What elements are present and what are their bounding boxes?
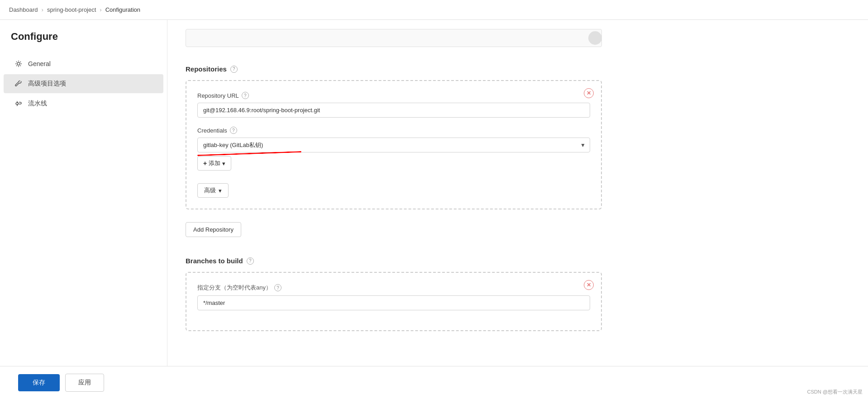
partial-circle-icon <box>588 31 602 45</box>
repository-url-close-button[interactable]: ✕ <box>584 88 594 98</box>
credentials-label: Credentials ? <box>197 127 590 134</box>
content-area: Repositories ? ✕ Repository URL ? <box>167 20 868 366</box>
save-button[interactable]: 保存 <box>18 374 60 391</box>
repository-url-help-icon[interactable]: ? <box>242 92 249 99</box>
advanced-chevron-icon: ▾ <box>219 187 222 194</box>
credentials-select-wrapper: gitlab-key (GitLab私钥) ▼ <box>197 138 590 152</box>
branch-box: ✕ 指定分支（为空时代表any） ? <box>186 272 602 331</box>
repositories-label: Repositories <box>186 65 227 73</box>
gear-icon <box>14 60 23 68</box>
branch-field-label: 指定分支（为空时代表any） ? <box>197 284 590 292</box>
credentials-help-icon[interactable]: ? <box>230 127 237 134</box>
wrench-icon <box>14 80 23 88</box>
watermark: CSDN @想看一次满天星 <box>807 389 863 395</box>
credentials-group: Credentials ? gitlab-key (GitLab私钥) ▼ <box>197 127 590 171</box>
breadcrumb-project[interactable]: spring-boot-project <box>47 6 96 13</box>
breadcrumb-sep-1: › <box>42 6 43 13</box>
breadcrumb-dashboard[interactable]: Dashboard <box>9 6 38 13</box>
branch-close-button[interactable]: ✕ <box>584 280 594 290</box>
branch-input[interactable] <box>197 295 590 310</box>
repository-box: ✕ Repository URL ? Credentials ? <box>186 80 602 209</box>
sidebar-title: Configure <box>0 31 167 53</box>
repository-url-label: Repository URL ? <box>197 92 590 99</box>
advanced-section-button[interactable]: 高级 ▾ <box>197 183 229 198</box>
svg-point-0 <box>17 62 20 65</box>
add-repository-button[interactable]: Add Repository <box>186 222 241 237</box>
sidebar: Configure General 高级项目选项 <box>0 20 167 366</box>
breadcrumb: Dashboard › spring-boot-project › Config… <box>0 0 868 20</box>
repository-url-input[interactable] <box>197 103 590 118</box>
plus-icon: + <box>203 160 207 167</box>
repository-url-group: ✕ Repository URL ? <box>197 92 590 118</box>
pipeline-icon <box>14 100 23 108</box>
branches-help-icon[interactable]: ? <box>247 257 254 265</box>
sidebar-item-advanced[interactable]: 高级项目选项 <box>4 74 163 93</box>
branch-field-group: ✕ 指定分支（为空时代表any） ? <box>197 284 590 310</box>
breadcrumb-sep-2: › <box>100 6 101 13</box>
repositories-help-icon[interactable]: ? <box>230 66 238 73</box>
sidebar-item-pipeline-label: 流水线 <box>28 100 47 108</box>
top-partial-bar <box>186 29 602 47</box>
repositories-section-header: Repositories ? <box>186 56 602 73</box>
dropdown-arrow-icon: ▾ <box>222 160 225 167</box>
branch-help-icon[interactable]: ? <box>274 284 281 291</box>
footer-bar: 保存 应用 <box>0 366 868 399</box>
credentials-select[interactable]: gitlab-key (GitLab私钥) <box>197 138 590 152</box>
apply-button[interactable]: 应用 <box>65 374 104 392</box>
branches-section-header: Branches to build ? <box>186 248 602 265</box>
sidebar-item-general[interactable]: General <box>4 54 163 73</box>
add-credentials-button[interactable]: + 添加 ▾ <box>197 156 231 171</box>
credentials-dropdown[interactable]: gitlab-key (GitLab私钥) ▼ <box>197 138 590 152</box>
sidebar-item-general-label: General <box>28 60 51 67</box>
sidebar-item-advanced-label: 高级项目选项 <box>28 80 66 88</box>
sidebar-item-pipeline[interactable]: 流水线 <box>4 94 163 113</box>
breadcrumb-current: Configuration <box>105 6 140 13</box>
branches-label: Branches to build <box>186 257 243 265</box>
